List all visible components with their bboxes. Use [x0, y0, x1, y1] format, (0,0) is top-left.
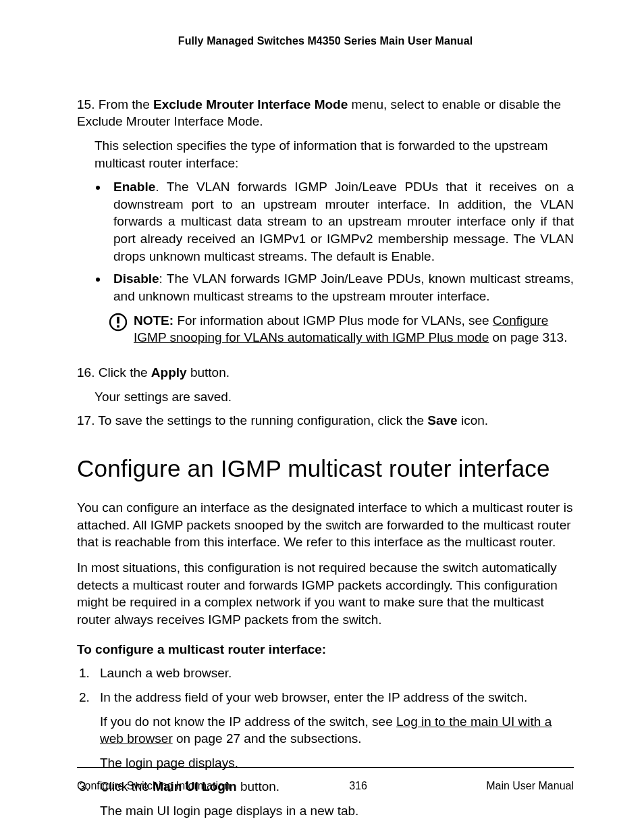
text: button.	[187, 365, 230, 380]
procedure-heading: To configure a multicast router interfac…	[77, 641, 574, 658]
bullet-disable: Disable: The VLAN forwards IGMP Join/Lea…	[108, 270, 574, 305]
step-16-number: 16.	[77, 365, 95, 380]
step-15-text: From the Exclude Mrouter Interface Mode …	[77, 97, 561, 129]
text: Click the	[99, 365, 151, 380]
bullet-text: : The VLAN forwards IGMP Join/Leave PDUs…	[113, 271, 574, 303]
page: Fully Managed Switches M4350 Series Main…	[0, 0, 644, 834]
bullet-list: Enable. The VLAN forwards IGMP Join/Leav…	[108, 178, 574, 305]
step-16: 16. Click the Apply button.	[77, 364, 574, 382]
proc-step-1: Launch a web browser.	[93, 664, 574, 682]
bullet-enable: Enable. The VLAN forwards IGMP Join/Leav…	[108, 178, 574, 265]
note: NOTE: For information about IGMP Plus mo…	[108, 312, 574, 346]
step-17-number: 17.	[77, 413, 95, 427]
section-heading: Configure an IGMP multicast router inter…	[77, 452, 574, 484]
step-15-number: 15.	[77, 97, 95, 111]
proc-step-2-result: The login page displays.	[100, 754, 574, 772]
proc-step-3-result: The main UI login page displays in a new…	[100, 802, 574, 820]
text: To save the settings to the running conf…	[98, 413, 427, 427]
step-17: 17. To save the settings to the running …	[77, 412, 574, 429]
bullet-label: Disable	[113, 271, 159, 286]
svg-rect-2	[117, 325, 119, 328]
text: on page 313.	[489, 330, 567, 344]
proc-step-2-detail: If you do not know the IP address of the…	[100, 713, 574, 748]
footer-page-number: 316	[349, 779, 367, 793]
footer: Configure Switching Information 316 Main…	[77, 779, 574, 793]
step-16-detail: Your settings are saved.	[95, 388, 574, 406]
bullet-label: Enable	[113, 180, 155, 194]
note-text: NOTE: For information about IGMP Plus mo…	[134, 312, 574, 346]
caution-icon	[108, 312, 128, 332]
text: icon.	[458, 413, 488, 427]
footer-divider	[77, 767, 574, 768]
step-15-detail: This selection specifies the type of inf…	[95, 137, 574, 172]
text: If you do not know the IP address of the…	[100, 714, 396, 729]
text: on page 27 and the subsections.	[173, 731, 362, 746]
step-16-text: Click the Apply button.	[99, 365, 230, 380]
intro-paragraph-2: In most situations, this configuration i…	[77, 559, 574, 629]
intro-paragraph-1: You can configure an interface as the de…	[77, 499, 574, 551]
bold: Apply	[151, 365, 187, 380]
footer-right: Main User Manual	[486, 779, 574, 793]
note-label: NOTE:	[134, 313, 173, 328]
proc-step-2: In the address field of your web browser…	[93, 689, 574, 772]
text: In the address field of your web browser…	[100, 690, 527, 704]
procedure-list: Launch a web browser. In the address fie…	[93, 664, 574, 819]
step-17-text: To save the settings to the running conf…	[98, 413, 488, 427]
running-header: Fully Managed Switches M4350 Series Main…	[77, 34, 574, 49]
text: For information about IGMP Plus mode for…	[173, 313, 493, 328]
bold: Exclude Mrouter Interface Mode	[153, 97, 348, 111]
bullet-text: . The VLAN forwards IGMP Join/Leave PDUs…	[113, 180, 574, 263]
footer-left: Configure Switching Information	[77, 779, 230, 793]
text: From the	[99, 97, 153, 111]
step-15: 15. From the Exclude Mrouter Interface M…	[77, 96, 574, 130]
text: Launch a web browser.	[100, 666, 232, 680]
bold: Save	[427, 413, 457, 427]
svg-rect-1	[117, 317, 119, 323]
